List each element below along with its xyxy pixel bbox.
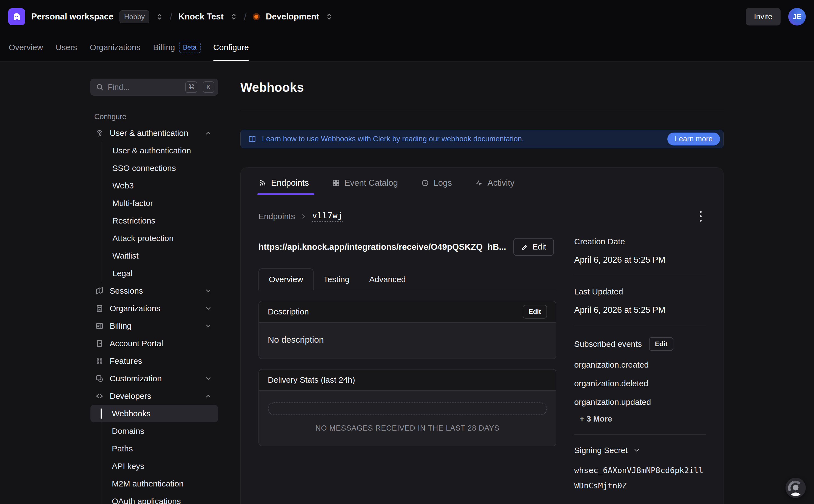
tab-endpoints-label: Endpoints <box>271 178 309 188</box>
command-key: ⌘ <box>185 81 197 93</box>
banner-text[interactable]: Learn how to use Webhooks with Clerk by … <box>262 135 524 143</box>
customization-icon <box>95 374 104 383</box>
tab-activity[interactable]: Activity <box>475 178 516 188</box>
event-item: organization.deleted <box>574 379 706 388</box>
sidebar-item-restrictions[interactable]: Restrictions <box>101 212 218 230</box>
sidebar-group-label: User & authentication <box>110 128 199 138</box>
project-name[interactable]: Knock Test <box>178 12 224 22</box>
search-box[interactable]: ⌘ K <box>90 79 218 96</box>
sidebar-group-account-portal[interactable]: Account Portal <box>90 335 218 352</box>
divider <box>574 326 706 326</box>
tab-endpoints[interactable]: Endpoints <box>258 178 310 188</box>
chevron-up-icon <box>205 130 212 137</box>
edit-events-button[interactable]: Edit <box>649 337 673 351</box>
subscribed-events-label: Subscribed events <box>574 339 642 349</box>
tab-configure-label: Configure <box>213 43 249 52</box>
project-selector-icon[interactable] <box>230 13 238 21</box>
delivery-stats-panel: Delivery Stats (last 24h) NO MESSAGES RE… <box>258 369 556 446</box>
tab-billing[interactable]: Billing Beta <box>153 33 200 61</box>
sidebar-group-customization[interactable]: Customization <box>90 370 218 387</box>
sidebar-item-webhooks[interactable]: Webhooks <box>90 405 218 422</box>
sidebar-item-attack-protection[interactable]: Attack protection <box>101 230 218 247</box>
endpoint-breadcrumb: Endpoints vll7wj <box>258 209 706 224</box>
sidebar-item-paths[interactable]: Paths <box>90 440 218 457</box>
sidebar-group-sessions[interactable]: Sessions <box>90 282 218 300</box>
sidebar-item-web3[interactable]: Web3 <box>101 177 218 194</box>
event-item: organization.created <box>574 360 706 370</box>
main-nav: Overview Users Organizations Billing Bet… <box>0 33 814 62</box>
tab-overview-label: Overview <box>9 43 43 52</box>
chevron-up-icon <box>205 393 212 400</box>
tab-overview[interactable]: Overview <box>9 33 43 61</box>
sidebar-group-label: Sessions <box>110 286 199 296</box>
tab-organizations-label: Organizations <box>90 43 140 52</box>
developers-sublist: Webhooks Domains Paths API keys M2M auth… <box>90 405 218 504</box>
sidebar-group-features[interactable]: Features <box>90 352 218 370</box>
edit-url-button[interactable]: Edit <box>513 238 554 256</box>
divider <box>574 276 706 276</box>
empty-stats-bar <box>268 402 547 415</box>
docs-banner: Learn how to use Webhooks with Clerk by … <box>240 130 724 148</box>
signing-secret-toggle[interactable]: Signing Secret <box>574 446 706 455</box>
sidebar-item-oauth-applications[interactable]: OAuth applications <box>90 492 218 504</box>
developers-icon <box>95 391 104 401</box>
creation-date-value: April 6, 2026 at 5:25 PM <box>574 255 706 265</box>
delivery-empty-text: NO MESSAGES RECEIVED IN THE LAST 28 DAYS <box>268 424 547 433</box>
environment-name[interactable]: Development <box>266 12 319 22</box>
user-avatar[interactable]: JE <box>788 8 806 25</box>
chevron-right-icon <box>300 213 307 220</box>
sidebar-group-developers[interactable]: Developers <box>90 387 218 405</box>
main-content: Webhooks Learn how to use Webhooks with … <box>240 62 724 504</box>
workspace-selector-icon[interactable] <box>155 13 164 21</box>
sidebar-group-label: Account Portal <box>110 339 212 348</box>
sidebar-item-user-authentication[interactable]: User & authentication <box>101 142 218 159</box>
invite-button[interactable]: Invite <box>746 8 781 25</box>
grid-icon <box>332 179 340 187</box>
subtab-overview[interactable]: Overview <box>258 268 313 290</box>
sidebar-item-api-keys[interactable]: API keys <box>90 457 218 475</box>
edit-url-label: Edit <box>533 242 546 251</box>
workspace-logo-icon[interactable] <box>8 8 25 25</box>
sidebar-group-billing[interactable]: Billing <box>90 317 218 335</box>
event-item: organization.updated <box>574 397 706 407</box>
sidebar-item-legal[interactable]: Legal <box>101 265 218 282</box>
chevron-down-icon <box>205 287 212 294</box>
endpoint-url-row: https://api.knock.app/integrations/recei… <box>258 238 556 256</box>
activity-icon <box>475 179 483 187</box>
tab-logs[interactable]: Logs <box>421 178 454 188</box>
workspace-name[interactable]: Personal workspace <box>31 12 113 22</box>
breadcrumb-endpoints-link[interactable]: Endpoints <box>258 212 295 221</box>
signing-secret-value[interactable]: whsec_6AXonVJ8mNP8cd6pk2illWDnCsMjtn0Z <box>574 463 706 493</box>
learn-more-button[interactable]: Learn more <box>667 133 720 145</box>
user-widget-button[interactable] <box>786 478 806 498</box>
tab-organizations[interactable]: Organizations <box>90 33 140 61</box>
search-input[interactable] <box>108 83 181 92</box>
endpoint-subtabs: Overview Testing Advanced <box>258 268 556 290</box>
kebab-menu-icon[interactable] <box>696 209 706 224</box>
tab-users[interactable]: Users <box>56 33 77 61</box>
delivery-stats-header: Delivery Stats (last 24h) <box>268 375 355 385</box>
edit-description-button[interactable]: Edit <box>523 305 547 319</box>
tab-configure[interactable]: Configure <box>213 33 249 61</box>
search-icon <box>96 83 104 91</box>
page-title: Webhooks <box>240 80 724 95</box>
more-events-link[interactable]: + 3 More <box>580 414 706 423</box>
sidebar-item-domains[interactable]: Domains <box>90 422 218 440</box>
subtab-testing[interactable]: Testing <box>313 268 359 290</box>
sidebar-group-user-authentication[interactable]: User & authentication <box>90 124 218 142</box>
environment-selector-icon[interactable] <box>325 13 333 21</box>
sidebar-item-multi-factor[interactable]: Multi-factor <box>101 194 218 212</box>
tab-event-catalog-label: Event Catalog <box>344 178 398 188</box>
sidebar-item-m2m-authentication[interactable]: M2M authentication <box>90 475 218 492</box>
description-header: Description <box>268 307 309 316</box>
last-updated-value: April 6, 2026 at 5:25 PM <box>574 305 706 315</box>
tab-event-catalog[interactable]: Event Catalog <box>332 178 399 188</box>
sidebar-item-sso-connections[interactable]: SSO connections <box>101 159 218 177</box>
rss-icon <box>258 179 267 187</box>
chevron-down-icon <box>633 447 640 454</box>
subtab-advanced[interactable]: Advanced <box>359 268 416 290</box>
sidebar-item-waitlist[interactable]: Waitlist <box>101 247 218 265</box>
sidebar-group-organizations[interactable]: Organizations <box>90 300 218 317</box>
endpoint-id[interactable]: vll7wj <box>312 210 342 222</box>
sidebar-group-label: Organizations <box>110 304 199 313</box>
